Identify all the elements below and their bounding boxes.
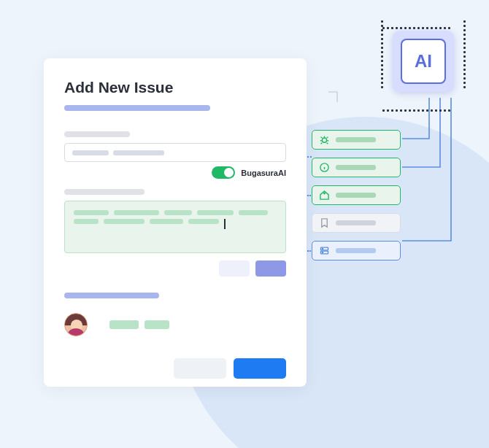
info-icon: [319, 162, 330, 173]
submit-button[interactable]: [234, 358, 286, 379]
field-label-placeholder: [64, 189, 145, 195]
server-icon: [319, 245, 330, 256]
bugasura-ai-toggle[interactable]: [212, 166, 235, 179]
suggestion-bookmark[interactable]: [312, 213, 401, 233]
issue-title-input[interactable]: [64, 143, 286, 162]
svg-point-5: [322, 248, 323, 249]
suggestion-tag[interactable]: [312, 185, 401, 205]
text-cursor: [224, 219, 226, 229]
page-title: Add New Issue: [64, 79, 286, 96]
issue-description-input[interactable]: [64, 201, 286, 253]
ai-chip-label: AI: [415, 51, 432, 72]
ai-suggestions-panel: [312, 130, 401, 260]
section-divider: [64, 293, 159, 298]
desc-primary-button[interactable]: [255, 260, 286, 277]
toggle-label: BugasuraAI: [241, 169, 286, 177]
tag-chip[interactable]: [109, 320, 139, 329]
desc-secondary-button[interactable]: [219, 260, 250, 277]
tag-chip[interactable]: [145, 320, 169, 329]
bug-icon: [319, 134, 330, 145]
ai-chip: AI: [387, 25, 460, 98]
suggestion-server[interactable]: [312, 241, 401, 260]
svg-point-6: [322, 252, 323, 252]
assignee-avatar[interactable]: [64, 313, 88, 336]
suggestion-info[interactable]: [312, 158, 401, 177]
svg-point-0: [322, 138, 326, 142]
cancel-button[interactable]: [174, 358, 226, 379]
issue-form-card: Add New Issue BugasuraAI: [44, 58, 307, 387]
suggestion-bug[interactable]: [312, 130, 401, 150]
title-underline: [64, 105, 210, 111]
field-label-placeholder: [64, 131, 130, 137]
bookmark-icon: [319, 217, 330, 228]
tag-icon: [319, 190, 330, 201]
svg-point-2: [324, 193, 326, 194]
